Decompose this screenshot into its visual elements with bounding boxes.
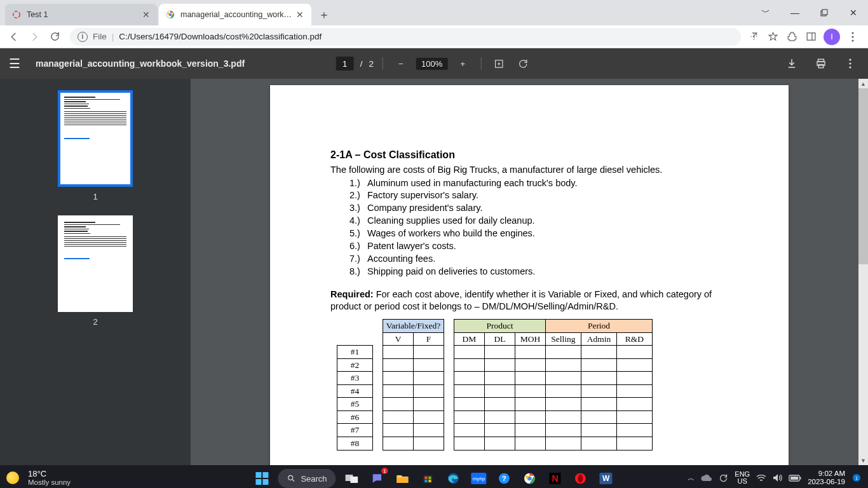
page-number-input[interactable]: [336, 57, 354, 71]
chevron-up-icon[interactable]: ︿: [688, 473, 695, 483]
back-button[interactable]: [5, 28, 23, 46]
bookmark-icon[interactable]: [766, 30, 779, 43]
spinner-icon: [11, 10, 22, 20]
taskbar-center: Search myhp ? N W: [252, 469, 615, 488]
share-icon[interactable]: [747, 30, 760, 43]
word-icon[interactable]: W: [597, 469, 616, 488]
fit-page-icon[interactable]: [490, 55, 508, 72]
pdf-toolbar-center: / 2 − 100% +: [336, 55, 532, 72]
profile-avatar[interactable]: I: [824, 29, 840, 45]
list-item: 4.)Cleaning supplies used for daily clea…: [349, 215, 728, 227]
thumbnail-pane[interactable]: 1 2: [0, 79, 191, 465]
chrome-icon[interactable]: [520, 469, 539, 488]
app-icon[interactable]: myhp: [470, 469, 489, 488]
svg-rect-24: [429, 477, 431, 479]
reload-button[interactable]: [46, 28, 64, 46]
language-indicator[interactable]: ENG US: [735, 471, 750, 485]
weather-widget[interactable]: 18°C Mostly sunny: [28, 470, 71, 486]
opera-icon[interactable]: [571, 469, 590, 488]
required-block: Required: For each cost above, identify …: [330, 288, 728, 313]
page-thumbnail-1[interactable]: [58, 90, 133, 187]
store-icon[interactable]: [419, 469, 438, 488]
document-area[interactable]: 2-1A – Cost Classification The following…: [191, 79, 868, 465]
address-bar[interactable]: i File | C:/Users/16479/Downloads/cost%2…: [70, 28, 741, 46]
scroll-handle[interactable]: [858, 88, 868, 264]
close-icon[interactable]: ✕: [141, 10, 151, 20]
download-icon[interactable]: [783, 55, 801, 72]
weather-desc: Mostly sunny: [28, 478, 71, 486]
doc-intro: The following are costs of Big Rig Truck…: [330, 164, 728, 176]
list-item: 1.)Aluminum used in manufacturing each t…: [349, 177, 728, 189]
svg-rect-20: [351, 477, 358, 483]
volume-icon[interactable]: [773, 473, 782, 482]
help-icon[interactable]: ?: [495, 469, 514, 488]
chat-icon[interactable]: [368, 469, 387, 488]
close-icon[interactable]: ✕: [295, 10, 305, 20]
clock[interactable]: 9:02 AM 2023-06-19: [808, 470, 845, 485]
list-item: 5.)Wages of workers who build the engine…: [349, 227, 728, 240]
page-thumbnail-2[interactable]: [58, 215, 133, 312]
scroll-down-icon[interactable]: ▼: [858, 456, 868, 465]
start-button[interactable]: [252, 469, 271, 488]
tab-title: Test 1: [27, 10, 141, 19]
svg-point-8: [851, 36, 853, 37]
browser-tab-1[interactable]: Test 1 ✕: [5, 4, 158, 25]
vertical-scrollbar[interactable]: ▲ ▼: [858, 79, 868, 465]
file-explorer-icon[interactable]: [393, 469, 412, 488]
extensions-icon[interactable]: [785, 30, 798, 43]
svg-rect-36: [800, 477, 801, 479]
edge-icon[interactable]: [444, 469, 463, 488]
minimize-button[interactable]: —: [780, 0, 810, 25]
updates-icon[interactable]: [719, 473, 728, 483]
taskbar-search[interactable]: Search: [278, 469, 336, 488]
rotate-icon[interactable]: [514, 55, 532, 72]
window-controls: ﹀ — ✕: [751, 0, 868, 25]
svg-point-9: [851, 39, 853, 41]
wifi-icon[interactable]: [756, 474, 766, 482]
url-scheme: File: [93, 32, 107, 41]
weather-icon: [6, 471, 19, 484]
scroll-up-icon[interactable]: ▲: [858, 79, 868, 88]
new-tab-button[interactable]: ＋: [315, 6, 333, 24]
notifications-icon[interactable]: 1: [851, 473, 862, 483]
browser-tabstrip: Test 1 ✕ managerial_accounting_workboo ✕…: [0, 0, 868, 25]
site-info-icon[interactable]: i: [78, 32, 88, 42]
thumbnail-item[interactable]: 1: [0, 90, 191, 201]
close-button[interactable]: ✕: [839, 0, 868, 25]
chevron-down-icon[interactable]: ﹀: [751, 0, 780, 25]
hamburger-icon[interactable]: ☰: [9, 56, 24, 71]
kebab-menu-icon[interactable]: [841, 55, 859, 72]
zoom-out-button[interactable]: −: [392, 55, 410, 72]
list-item: 8.)Shipping paid on deliveries to custom…: [349, 266, 728, 278]
thumbnail-label: 2: [93, 317, 97, 327]
forward-button[interactable]: [25, 28, 43, 46]
pdf-toolbar-right: [783, 55, 859, 72]
svg-rect-5: [807, 33, 815, 40]
sidepanel-icon[interactable]: [804, 30, 817, 43]
list-item: 2.)Factory supervisor's salary.: [349, 189, 728, 201]
required-label: Required:: [330, 289, 374, 299]
thumbnail-item[interactable]: 2: [0, 215, 191, 327]
onedrive-icon[interactable]: [701, 474, 712, 482]
print-icon[interactable]: [812, 55, 830, 72]
list-item: 3.)Company president's salary.: [349, 202, 728, 214]
kebab-menu-icon[interactable]: [846, 30, 859, 43]
netflix-icon[interactable]: N: [546, 469, 565, 488]
svg-rect-4: [822, 10, 827, 15]
cost-list: 1.)Aluminum used in manufacturing each t…: [330, 177, 728, 278]
doc-heading: 2-1A – Cost Classification: [330, 149, 728, 162]
task-view-icon[interactable]: [342, 469, 362, 488]
zoom-in-button[interactable]: +: [454, 55, 471, 72]
maximize-button[interactable]: [810, 0, 839, 25]
pdf-body: 1 2 2-1A – Cost Classification The follo…: [0, 79, 868, 465]
search-label: Search: [301, 474, 327, 484]
svg-point-33: [578, 474, 583, 482]
svg-text:?: ?: [502, 474, 506, 482]
svg-rect-23: [425, 477, 428, 479]
battery-icon[interactable]: [789, 475, 801, 482]
thumbnail-label: 1: [93, 192, 97, 201]
browser-tab-2[interactable]: managerial_accounting_workboo ✕: [159, 4, 311, 25]
svg-point-17: [288, 475, 293, 480]
zoom-level[interactable]: 100%: [416, 58, 447, 70]
svg-rect-35: [790, 477, 798, 480]
